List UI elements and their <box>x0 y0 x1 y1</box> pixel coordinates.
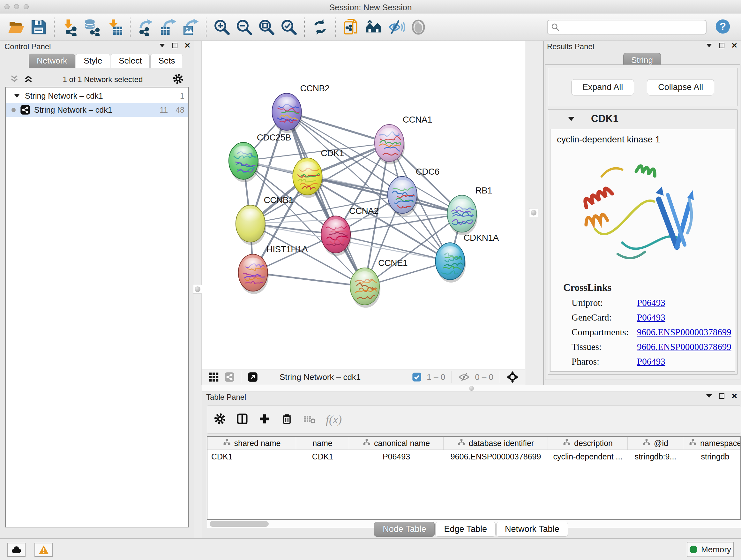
network-collection-row[interactable]: String Network – cdk1 1 <box>6 89 188 103</box>
table-cell[interactable]: P06493 <box>349 450 444 463</box>
first-neighbors-button[interactable] <box>364 17 383 37</box>
tab-sets[interactable]: Sets <box>150 54 183 68</box>
export-network-button[interactable] <box>137 17 155 37</box>
main-toolbar: ? <box>0 14 741 41</box>
panel-float-icon[interactable] <box>172 43 178 48</box>
refresh-button[interactable] <box>311 17 329 37</box>
panel-float-icon[interactable] <box>719 393 724 399</box>
column-header--id[interactable]: @id <box>628 437 683 449</box>
panel-collapse-icon[interactable] <box>706 394 712 398</box>
selected-checkbox-icon[interactable] <box>412 372 421 382</box>
network-node[interactable]: CCNA2 <box>321 206 379 256</box>
column-header-namespace[interactable]: namespace <box>683 437 741 449</box>
warning-status-button[interactable] <box>35 543 53 557</box>
right-splitter-handle[interactable] <box>529 208 538 217</box>
panel-close-icon[interactable]: × <box>731 42 737 49</box>
panel-close-icon[interactable]: × <box>731 393 737 399</box>
table-cell[interactable]: stringdb <box>683 450 741 463</box>
gene-section-header[interactable]: CDK1 <box>548 110 737 128</box>
export-image-button[interactable] <box>181 17 200 37</box>
collection-expand-icon[interactable] <box>14 94 20 98</box>
expand-all-networks-icon[interactable] <box>23 74 33 85</box>
delete-column-trash-icon[interactable] <box>280 413 293 427</box>
network-node[interactable]: HIST1H1A <box>239 244 308 294</box>
left-splitter[interactable] <box>194 41 202 385</box>
node-table[interactable]: shared namenamecanonical namedatabase id… <box>207 436 741 520</box>
network-node[interactable]: CDKN1A <box>435 233 499 283</box>
network-graph[interactable]: CCNB2CCNA1CDC25BCDK1CDC6RB1CCNB1CCNA2CDK… <box>202 41 525 369</box>
network-node[interactable]: CCNE1 <box>350 258 408 308</box>
column-header-description[interactable]: description <box>548 437 628 449</box>
horizontal-splitter[interactable] <box>202 385 741 391</box>
column-header-name[interactable]: name <box>296 437 349 449</box>
search-input[interactable] <box>562 23 703 32</box>
import-network-from-file-button[interactable] <box>61 17 79 37</box>
node-label: CCNB1 <box>264 195 293 205</box>
tab-network-table[interactable]: Network Table <box>496 522 568 537</box>
import-network-from-database-button[interactable] <box>83 17 102 37</box>
hidden-eye-slash-icon[interactable] <box>458 373 470 381</box>
tab-select[interactable]: Select <box>111 54 150 68</box>
crosslink-link[interactable]: P06493 <box>637 295 665 310</box>
hide-graphics-details-button[interactable] <box>387 17 405 37</box>
zoom-out-button[interactable] <box>235 17 253 37</box>
show-graphics-details-button[interactable] <box>409 17 428 37</box>
network-share-view-icon[interactable] <box>224 372 234 382</box>
network-node[interactable]: CCNB2 <box>272 83 330 133</box>
left-splitter-handle[interactable] <box>193 285 202 294</box>
column-header-shared-name[interactable]: shared name <box>207 437 296 449</box>
zoom-selected-button[interactable] <box>280 17 298 37</box>
tab-node-table[interactable]: Node Table <box>374 522 434 537</box>
table-cell[interactable]: CDK1 <box>207 450 296 463</box>
table-options-gear-icon[interactable] <box>213 413 226 427</box>
help-button[interactable]: ? <box>715 18 731 36</box>
memory-button[interactable]: Memory <box>687 542 734 557</box>
tab-style[interactable]: Style <box>76 54 110 68</box>
table-row[interactable]: CDK1CDK1P064939606.ENSP00000378699cyclin… <box>207 450 740 463</box>
column-header-database-identifier[interactable]: database identifier <box>444 437 548 449</box>
right-splitter[interactable] <box>525 41 543 385</box>
crosslink-link[interactable]: 9606.ENSP00000378699 <box>637 325 731 339</box>
cloud-status-button[interactable] <box>7 543 25 557</box>
network-canvas[interactable]: CCNB2CCNA1CDC25BCDK1CDC6RB1CCNB1CCNA2CDK… <box>202 41 525 369</box>
expand-all-button[interactable]: Expand All <box>571 79 634 96</box>
panel-collapse-icon[interactable] <box>706 44 712 47</box>
network-node[interactable]: RB1 <box>447 186 492 235</box>
network-node[interactable]: CDC6 <box>388 167 440 216</box>
table-cell[interactable]: cyclin-dependent ... <box>548 450 628 463</box>
window-title: Session: New Session <box>0 3 741 12</box>
cloud-icon <box>10 545 22 555</box>
crosslink-link[interactable]: P06493 <box>637 310 665 325</box>
network-row[interactable]: String Network – cdk1 11 48 <box>6 103 188 117</box>
table-cell[interactable]: 9606.ENSP00000378699 <box>444 450 548 463</box>
detach-view-icon[interactable] <box>248 372 258 382</box>
collapse-all-networks-icon[interactable] <box>10 74 19 85</box>
zoom-fit-button[interactable] <box>257 17 276 37</box>
open-session-button[interactable] <box>7 17 25 37</box>
gene-collapse-icon[interactable] <box>568 117 575 121</box>
export-table-button[interactable] <box>159 17 178 37</box>
fit-content-crosshair-icon[interactable] <box>507 371 519 383</box>
table-cell[interactable]: stringdb:9... <box>628 450 683 463</box>
panel-float-icon[interactable] <box>719 43 724 48</box>
table-body: CDK1CDK1P064939606.ENSP00000378699cyclin… <box>207 450 740 463</box>
crosslink-link[interactable]: P06493 <box>637 354 665 369</box>
network-node[interactable]: CCNB1 <box>236 195 293 245</box>
network-options-gear-icon[interactable] <box>172 73 184 86</box>
show-columns-icon[interactable] <box>236 413 249 427</box>
table-cell[interactable]: CDK1 <box>296 450 349 463</box>
zoom-in-button[interactable] <box>212 17 231 37</box>
collapse-all-button[interactable]: Collapse All <box>647 79 714 96</box>
panel-collapse-icon[interactable] <box>159 44 165 47</box>
panel-close-icon[interactable]: × <box>185 42 190 49</box>
crosslink-link[interactable]: 9606.ENSP00000378699 <box>637 339 731 354</box>
tab-edge-table[interactable]: Edge Table <box>435 522 495 537</box>
save-session-button[interactable] <box>29 17 48 37</box>
share-session-file-button[interactable] <box>342 17 360 37</box>
create-column-plus-icon[interactable] <box>258 413 271 427</box>
horizontal-splitter-handle[interactable] <box>469 386 474 391</box>
column-header-canonical-name[interactable]: canonical name <box>349 437 444 449</box>
network-grid-view-icon[interactable] <box>208 372 219 382</box>
tab-network[interactable]: Network <box>29 54 75 68</box>
import-table-from-file-button[interactable] <box>105 17 124 37</box>
